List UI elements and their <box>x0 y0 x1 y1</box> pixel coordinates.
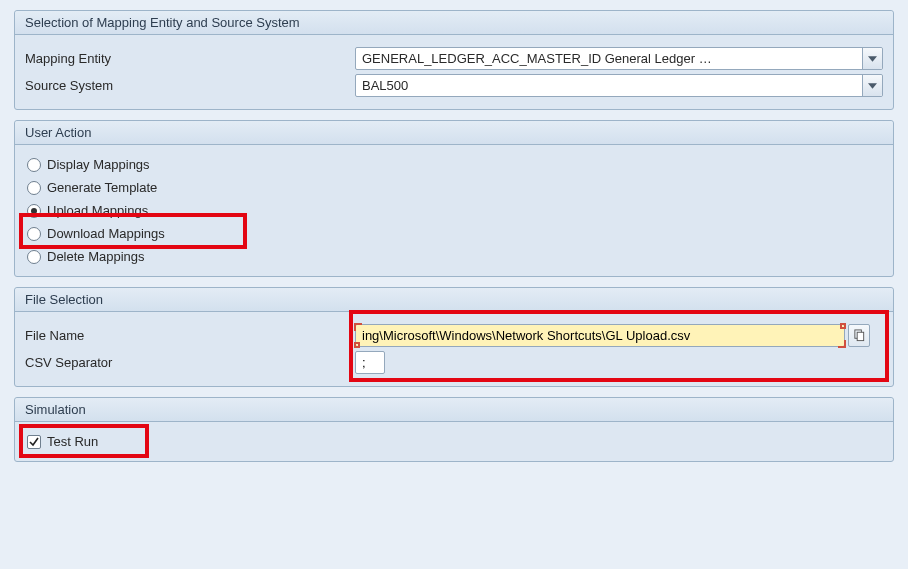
radio-label: Generate Template <box>47 180 157 195</box>
svg-rect-1 <box>857 332 864 340</box>
checkbox-icon <box>27 435 41 449</box>
radio-icon <box>27 158 41 172</box>
group-file-selection-title: File Selection <box>15 288 893 312</box>
file-name-label: File Name <box>25 328 355 343</box>
chevron-down-icon <box>862 75 882 96</box>
row-source-system: Source System BAL500 <box>25 74 883 97</box>
file-browse-button[interactable] <box>848 324 870 347</box>
radio-upload-mappings[interactable]: Upload Mappings <box>25 199 883 222</box>
radio-label: Delete Mappings <box>47 249 145 264</box>
radio-icon <box>27 204 41 218</box>
row-csv-separator: CSV Separator <box>25 351 883 374</box>
mapping-entity-label: Mapping Entity <box>25 51 355 66</box>
radio-label: Display Mappings <box>47 157 150 172</box>
radio-download-mappings[interactable]: Download Mappings <box>25 222 883 245</box>
mapping-entity-dropdown[interactable]: GENERAL_LEDGER_ACC_MASTER_ID General Led… <box>355 47 883 70</box>
row-file-name: File Name <box>25 324 883 347</box>
source-system-dropdown[interactable]: BAL500 <box>355 74 883 97</box>
radio-generate-template[interactable]: Generate Template <box>25 176 883 199</box>
checkbox-label: Test Run <box>47 434 98 449</box>
group-file-selection: File Selection File Name CSV Separator <box>14 287 894 387</box>
radio-label: Download Mappings <box>47 226 165 241</box>
csv-separator-label: CSV Separator <box>25 355 355 370</box>
radio-display-mappings[interactable]: Display Mappings <box>25 153 883 176</box>
checkbox-test-run[interactable]: Test Run <box>25 430 883 453</box>
file-browse-icon <box>853 329 866 342</box>
group-simulation-title: Simulation <box>15 398 893 422</box>
group-user-action-title: User Action <box>15 121 893 145</box>
chevron-down-icon <box>862 48 882 69</box>
radio-icon <box>27 181 41 195</box>
group-user-action: User Action Display Mappings Generate Te… <box>14 120 894 277</box>
radio-label: Upload Mappings <box>47 203 148 218</box>
group-simulation: Simulation Test Run <box>14 397 894 462</box>
row-mapping-entity: Mapping Entity GENERAL_LEDGER_ACC_MASTER… <box>25 47 883 70</box>
file-name-input[interactable] <box>355 324 845 347</box>
radio-delete-mappings[interactable]: Delete Mappings <box>25 245 883 268</box>
csv-separator-input[interactable] <box>355 351 385 374</box>
group-selection: Selection of Mapping Entity and Source S… <box>14 10 894 110</box>
radio-icon <box>27 227 41 241</box>
group-selection-title: Selection of Mapping Entity and Source S… <box>15 11 893 35</box>
radio-icon <box>27 250 41 264</box>
source-system-value: BAL500 <box>362 78 408 93</box>
source-system-label: Source System <box>25 78 355 93</box>
mapping-entity-value: GENERAL_LEDGER_ACC_MASTER_ID General Led… <box>362 51 712 66</box>
